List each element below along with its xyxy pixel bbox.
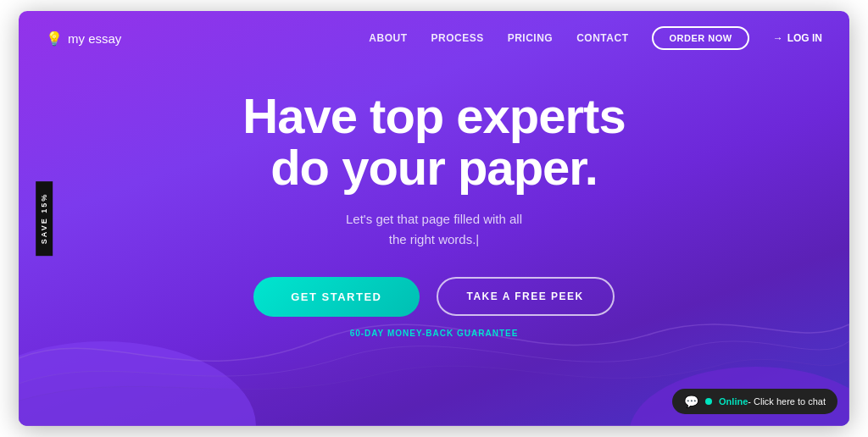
order-now-button[interactable]: ORDER NOW [652,26,748,50]
hero-subtitle: Let's get that page filled with all the … [19,209,849,250]
cta-buttons: GET STARTED TAKE A FREE PEEK [19,277,849,317]
page-wrapper: SAVE 15% 💡 my essay ABOUT PROCESS PRICIN… [19,11,849,426]
save-badge[interactable]: SAVE 15% [36,181,53,256]
navbar: 💡 my essay ABOUT PROCESS PRICING CONTACT… [19,11,849,65]
logo-icon: 💡 [46,30,63,47]
nav-contact[interactable]: CONTACT [576,32,628,44]
chat-icon: 💬 [684,395,698,408]
chat-widget[interactable]: 💬 Online- Click here to chat [672,389,837,414]
hero-title: Have top experts do your paper. [19,91,849,194]
guarantee-text: 60-DAY MONEY-BACK GUARANTEE [19,329,849,338]
online-dot [705,398,712,405]
hero-content: Have top experts do your paper. Let's ge… [19,65,849,338]
hero-background: SAVE 15% 💡 my essay ABOUT PROCESS PRICIN… [19,11,849,426]
free-peek-button[interactable]: TAKE A FREE PEEK [437,277,615,316]
get-started-button[interactable]: GET STARTED [253,277,419,317]
chat-status: Online- Click here to chat [719,396,826,407]
logo: 💡 my essay [46,30,121,47]
nav-process[interactable]: PROCESS [431,32,484,44]
nav-links: ABOUT PROCESS PRICING CONTACT ORDER NOW … [369,26,822,50]
login-button[interactable]: → LOG IN [773,32,822,44]
login-arrow-icon: → [773,32,783,44]
nav-about[interactable]: ABOUT [369,32,407,44]
nav-pricing[interactable]: PRICING [508,32,554,44]
logo-text: my essay [68,31,121,46]
